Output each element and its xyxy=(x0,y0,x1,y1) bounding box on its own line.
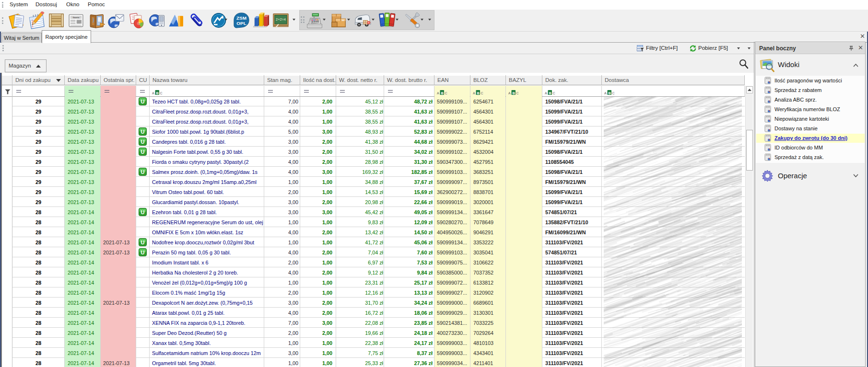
svg-text:B: B xyxy=(549,91,552,95)
svg-text:U: U xyxy=(141,99,145,104)
svg-text:B: B xyxy=(609,91,611,95)
svg-text:C: C xyxy=(516,92,519,95)
svg-text:U: U xyxy=(141,250,145,255)
svg-text:A: A xyxy=(473,92,475,95)
svg-text:Gazeta: Gazeta xyxy=(73,16,80,19)
svg-text:B: B xyxy=(513,91,516,95)
svg-text:2+2=4: 2+2=4 xyxy=(276,17,286,22)
svg-text:A: A xyxy=(152,92,154,95)
svg-text:U: U xyxy=(141,240,145,245)
svg-text:A: A xyxy=(545,92,547,95)
svg-text:C: C xyxy=(553,92,555,95)
svg-text:C: C xyxy=(612,92,615,95)
svg-text:B: B xyxy=(156,91,159,95)
svg-text:OPL: OPL xyxy=(236,21,246,26)
svg-text:U: U xyxy=(141,149,145,155)
svg-text:C: C xyxy=(160,92,163,95)
svg-text:A: A xyxy=(604,92,607,95)
svg-text:A: A xyxy=(437,92,439,95)
svg-text:U: U xyxy=(141,209,145,215)
svg-text:C: C xyxy=(445,92,447,95)
svg-text:C: C xyxy=(481,92,483,95)
svg-text:U: U xyxy=(141,139,145,145)
svg-text:B: B xyxy=(477,91,480,95)
svg-text:U: U xyxy=(141,129,145,135)
svg-text:ZSM: ZSM xyxy=(236,15,246,21)
svg-text:B: B xyxy=(441,91,444,95)
svg-text:A: A xyxy=(508,92,511,95)
svg-text:U: U xyxy=(141,169,145,175)
